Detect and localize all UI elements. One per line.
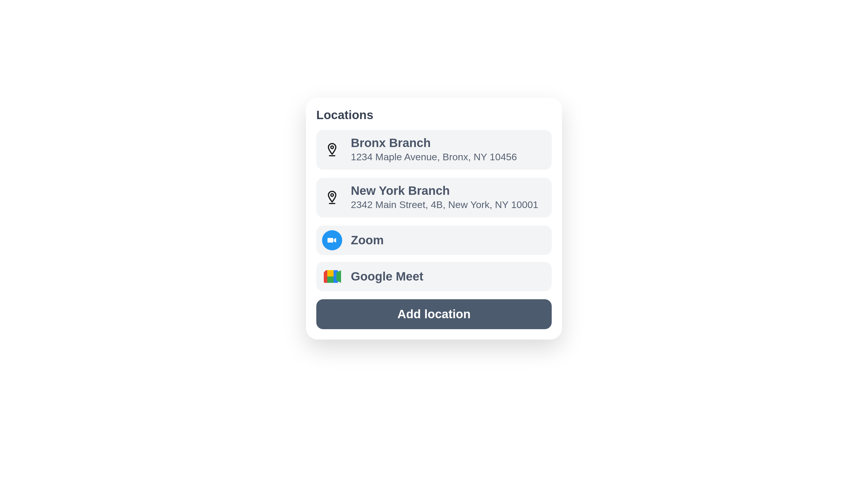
svg-rect-5 [327, 270, 334, 276]
location-label: Zoom [351, 233, 384, 247]
add-location-button[interactable]: Add location [316, 299, 552, 329]
location-text: New York Branch 2342 Main Street, 4B, Ne… [351, 184, 538, 212]
google-meet-icon [322, 266, 342, 287]
location-item-newyork[interactable]: New York Branch 2342 Main Street, 4B, Ne… [316, 178, 552, 218]
location-item-googlemeet[interactable]: Google Meet [316, 262, 552, 291]
map-pin-icon [325, 143, 339, 157]
svg-point-0 [331, 146, 333, 149]
location-label: Google Meet [351, 270, 423, 284]
location-address: 1234 Maple Avenue, Bronx, NY 10456 [351, 150, 517, 164]
zoom-icon [322, 230, 342, 250]
map-pin-icon [325, 191, 339, 205]
location-text: Bronx Branch 1234 Maple Avenue, Bronx, N… [351, 136, 517, 164]
svg-point-2 [331, 194, 333, 196]
svg-rect-6 [327, 276, 334, 283]
location-item-zoom[interactable]: Zoom [316, 226, 552, 255]
location-address: 2342 Main Street, 4B, New York, NY 10001 [351, 198, 538, 212]
location-name: New York Branch [351, 184, 538, 198]
locations-card: Locations Bronx Branch 1234 Maple Avenue… [306, 98, 562, 339]
location-item-bronx[interactable]: Bronx Branch 1234 Maple Avenue, Bronx, N… [316, 130, 552, 170]
location-name: Bronx Branch [351, 136, 517, 150]
svg-rect-4 [328, 238, 333, 242]
card-title: Locations [316, 108, 552, 122]
